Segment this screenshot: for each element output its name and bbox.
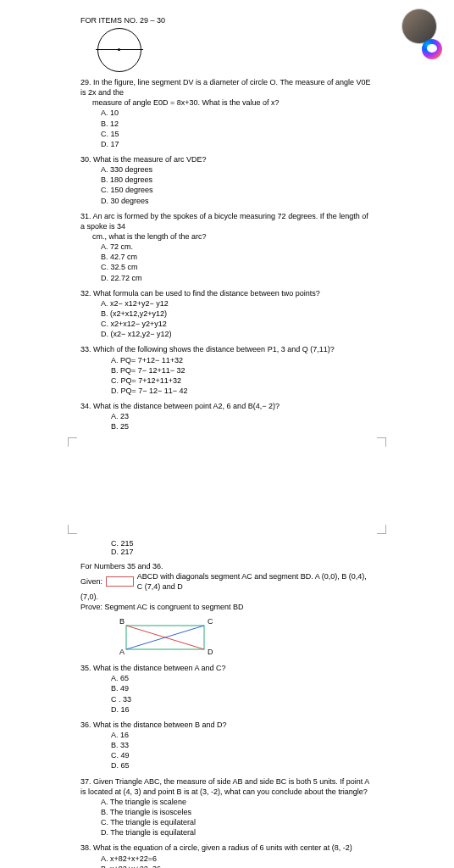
page-break-bottom [68, 525, 386, 534]
question-30: 30. What is the measure of arc VDE? A. 3… [80, 154, 374, 206]
q32-text: 32. What formula can be used to find the… [80, 288, 374, 298]
prove-line: Prove: Segment AC is congruent to segmen… [80, 602, 374, 612]
rectangle-diagram: B C A D [114, 615, 374, 658]
q35-opt-d: D. 16 [111, 704, 374, 715]
q37-opt-d: D. The triangle is equilateral [101, 827, 374, 837]
q36-opt-d: D. 65 [111, 760, 374, 771]
given-line2: (7,0). [80, 592, 374, 602]
messenger-icon[interactable] [422, 39, 442, 59]
page-break-top [68, 437, 386, 447]
given-label: Given: [80, 576, 102, 587]
question-33: 33. Which of the following shows the dis… [80, 344, 374, 396]
q36-opt-a: A. 16 [111, 730, 374, 740]
question-36: 36. What is the distance between B and D… [80, 720, 374, 771]
q38-opt-a: A. x+82+x+22=6 [101, 854, 374, 864]
q31-opt-c: C. 32.5 cm [101, 262, 374, 272]
q35-opt-c: C . 33 [111, 694, 374, 704]
q29-opt-a: A. 10 [101, 108, 374, 118]
q34-text: 34. What is the distance between point A… [80, 401, 374, 411]
q33-opt-d: D. PQ= 7− 12− 11− 42 [111, 386, 374, 396]
q34-opt-d: D. 217 [111, 548, 374, 556]
vertex-c: C [208, 617, 213, 626]
q35-text: 35. What is the distance between A and C… [80, 663, 374, 673]
q34-opt-c: C. 215 [111, 539, 374, 548]
q29-opt-b: B. 12 [101, 119, 374, 129]
q31-opt-d: D. 22.72 cm [101, 273, 374, 283]
circle-diagram-29 [97, 28, 141, 72]
vertex-d: D [208, 648, 213, 656]
q32-opt-a: A. x2− x12+y2− y12 [101, 298, 374, 309]
q32-opt-d: D. (x2− x12,y2− y12) [101, 329, 374, 339]
q33-opt-c: C. PQ= 7+12+11+32 [111, 376, 374, 386]
question-31: 31. An arc is formed by the spokes of a … [80, 211, 374, 283]
given-rest: ABCD with diagonals segment AC and segme… [137, 571, 374, 592]
s35-line1: For Numbers 35 and 36. [80, 561, 374, 571]
q30-text: 30. What is the measure of arc VDE? [80, 154, 374, 164]
section-header: FOR ITEMS NO. 29 – 30 [80, 16, 374, 25]
q31-opt-b: B. 42.7 cm [101, 252, 374, 262]
q37-opt-b: B. The triangle is isosceles [101, 807, 374, 817]
q31-opt-a: A. 72 cm. [101, 242, 374, 252]
q30-opt-a: A. 330 degrees [101, 164, 374, 175]
q33-text: 33. Which of the following shows the dis… [80, 344, 374, 354]
q34-opt-a: A. 23 [111, 411, 374, 421]
q33-opt-b: B. PQ= 7− 12+11− 32 [111, 365, 374, 376]
q32-opt-b: B. (x2+x12,y2+y12) [101, 309, 374, 319]
q31-text2: cm., what is the length of the arc? [92, 231, 374, 242]
q37-opt-a: A. The triangle is scalene [101, 797, 374, 807]
question-38: 38. What is the equation of a circle, gi… [80, 843, 374, 868]
section-35-36: For Numbers 35 and 36. Given: ABCD with … [80, 561, 374, 659]
q29-text2: measure of angle E0D = 8x+30. What is th… [92, 97, 374, 108]
q33-opt-a: A. PQ= 7+12− 11+32 [111, 355, 374, 365]
q37-opt-c: C. The triangle is equilateral [101, 817, 374, 827]
q29-opt-c: C. 15 [101, 129, 374, 139]
vertex-b: B [119, 617, 125, 626]
q29-opt-d: D. 17 [101, 139, 374, 149]
q36-opt-c: C. 49 [111, 750, 374, 760]
question-35: 35. What is the distance between A and C… [80, 663, 374, 715]
q37-text: 37. Given Triangle ABC, the measure of s… [80, 776, 374, 797]
q36-opt-b: B. 33 [111, 740, 374, 750]
q36-text: 36. What is the distance between B and D… [80, 720, 374, 730]
q35-opt-b: B. 49 [111, 683, 374, 693]
q31-text: 31. An arc is formed by the spokes of a … [80, 211, 374, 231]
q38-opt-b: B. x+82+x+22=36 [101, 864, 374, 868]
q30-opt-b: B. 180 degrees [101, 175, 374, 185]
q38-text: 38. What is the equation of a circle, gi… [80, 843, 374, 853]
question-34: 34. What is the distance between point A… [80, 401, 374, 431]
q34-opt-b: B. 25 [111, 421, 374, 431]
q35-opt-a: A. 65 [111, 673, 374, 683]
q30-opt-d: D. 30 degrees [101, 196, 374, 206]
q32-opt-c: C. x2+x12− y2+y12 [101, 319, 374, 329]
question-32: 32. What formula can be used to find the… [80, 288, 374, 340]
question-29: 29. In the figure, line segment DV is a … [80, 77, 374, 149]
question-37: 37. Given Triangle ABC, the measure of s… [80, 776, 374, 838]
given-blank-box [106, 576, 134, 587]
vertex-a: A [119, 648, 125, 656]
q29-text: 29. In the figure, line segment DV is a … [80, 77, 374, 97]
q30-opt-c: C. 150 degrees [101, 185, 374, 195]
